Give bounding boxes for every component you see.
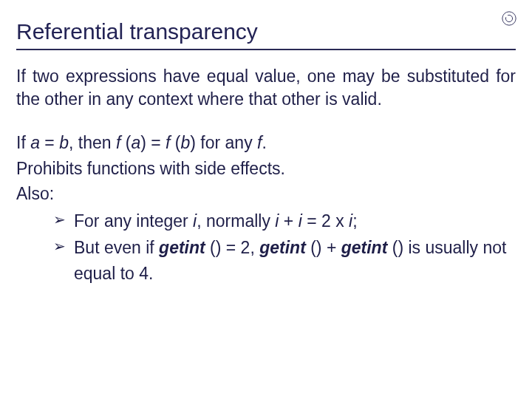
text: ) for any <box>190 133 257 152</box>
var-a: a <box>30 133 40 152</box>
svg-rect-2 <box>505 15 508 17</box>
text: . <box>262 133 266 152</box>
bullet-list: For any integer i, normally i + i = 2 x … <box>16 208 516 287</box>
text: If <box>16 133 30 152</box>
text: , then <box>69 133 116 152</box>
text: ; <box>352 211 357 231</box>
title-underline <box>16 49 516 50</box>
fn-getint: getint <box>341 238 388 257</box>
fn-getint: getint <box>159 238 205 257</box>
text: , normally <box>197 211 275 231</box>
slide: Referential transparency If two expressi… <box>0 0 532 399</box>
text: ( <box>120 133 131 152</box>
text: For any integer <box>74 211 193 231</box>
var-b: b <box>181 133 191 152</box>
text: () = 2, <box>205 238 260 257</box>
slide-title: Referential transparency <box>16 19 516 44</box>
bullet-getint: But even if getint () = 2, getint () + g… <box>53 235 516 286</box>
var-a: a <box>131 133 140 152</box>
logo-icon <box>501 10 517 27</box>
var-b: b <box>59 133 69 152</box>
side-effects-line: Prohibits functions with side effects. <box>16 156 516 182</box>
also-line: Also: <box>16 181 516 207</box>
text: ( <box>170 133 180 152</box>
text: + <box>279 211 298 231</box>
body: If a = b, then f (a) = f (b) for any f. … <box>16 130 516 286</box>
fn-getint: getint <box>259 238 306 257</box>
text: = 2 x <box>302 211 349 231</box>
equation-line: If a = b, then f (a) = f (b) for any f. <box>16 130 516 156</box>
text: But even if <box>74 238 159 257</box>
text: ) = <box>140 133 166 152</box>
svg-point-0 <box>502 12 516 25</box>
bullet-integer: For any integer i, normally i + i = 2 x … <box>53 208 516 234</box>
text: () + <box>306 238 341 257</box>
text: = <box>40 133 59 152</box>
definition-paragraph: If two expressions have equal value, one… <box>16 65 516 111</box>
